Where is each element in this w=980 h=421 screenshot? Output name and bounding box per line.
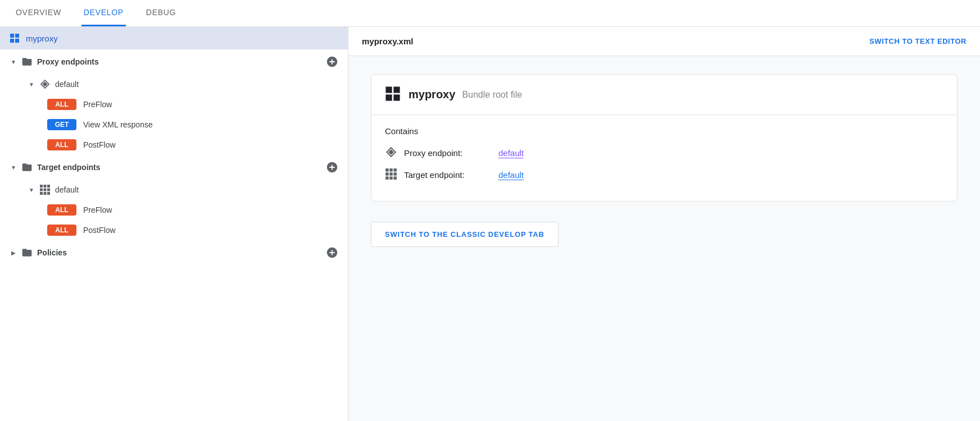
- top-nav: OVERVIEW DEVELOP DEBUG: [0, 0, 980, 27]
- main-layout: myproxy ▼ Proxy endpoints ▼ default: [0, 27, 980, 421]
- proxy-preflow-row[interactable]: ALL PreFlow: [0, 94, 348, 115]
- target-postflow-badge: ALL: [47, 225, 76, 236]
- svg-rect-17: [385, 168, 389, 172]
- svg-rect-20: [385, 172, 389, 176]
- svg-rect-21: [389, 172, 393, 176]
- bundle-card: myproxy Bundle root file Contains Pro: [371, 74, 958, 202]
- target-endpoint-item: Target endpoint: default: [385, 168, 943, 182]
- add-policy-button[interactable]: [325, 246, 339, 259]
- content-panel: myproxy.xml SWITCH TO TEXT EDITOR my: [348, 27, 980, 421]
- target-postflow-label: PostFlow: [83, 226, 116, 235]
- target-ep-key: Target endpoint:: [404, 170, 494, 180]
- target-ep-grid-icon: [385, 168, 397, 182]
- svg-rect-23: [385, 176, 389, 180]
- contains-label: Contains: [385, 126, 943, 136]
- svg-rect-10: [40, 192, 43, 195]
- tab-overview[interactable]: OVERVIEW: [13, 0, 63, 26]
- postflow-method-badge: ALL: [47, 139, 76, 150]
- svg-rect-6: [47, 185, 50, 187]
- svg-rect-22: [393, 172, 397, 176]
- svg-rect-1: [15, 34, 19, 38]
- add-circle-icon-policies: [326, 246, 338, 259]
- proxy-default-endpoint[interactable]: ▼ default: [0, 74, 348, 94]
- policies-label: Policies: [37, 248, 325, 257]
- target-preflow-label: PreFlow: [83, 205, 112, 214]
- proxy-ep-link[interactable]: default: [498, 148, 524, 158]
- svg-rect-13: [385, 86, 392, 93]
- bundle-subtitle-text: Bundle root file: [462, 90, 522, 100]
- svg-rect-25: [393, 176, 397, 180]
- target-postflow-row[interactable]: ALL PostFlow: [0, 220, 348, 240]
- bundle-name-text: myproxy: [409, 88, 455, 101]
- folder-icon-policies: [21, 247, 33, 258]
- svg-rect-4: [40, 185, 43, 187]
- svg-rect-16: [393, 94, 400, 100]
- svg-rect-14: [393, 86, 400, 93]
- proxy-postflow-row[interactable]: ALL PostFlow: [0, 135, 348, 155]
- target-preflow-row[interactable]: ALL PreFlow: [0, 200, 348, 220]
- bundle-card-header: myproxy Bundle root file: [371, 75, 957, 115]
- svg-rect-3: [15, 39, 19, 43]
- sidebar-section-proxy-endpoints[interactable]: ▼ Proxy endpoints: [0, 49, 348, 74]
- add-circle-icon: [326, 56, 338, 68]
- get-method-badge: GET: [47, 119, 76, 130]
- svg-rect-2: [10, 39, 14, 43]
- collapse-policies-arrow[interactable]: ▶: [9, 248, 18, 257]
- proxy-diamond-icon: [39, 79, 51, 90]
- preflow-method-badge: ALL: [47, 99, 76, 110]
- folder-icon-proxy: [21, 56, 33, 67]
- svg-rect-5: [44, 185, 47, 187]
- collapse-target-default-arrow[interactable]: ▼: [27, 185, 36, 194]
- svg-rect-12: [47, 192, 50, 195]
- proxy-ep-diamond-icon: [385, 146, 397, 160]
- folder-icon-target: [21, 162, 33, 173]
- sidebar-section-policies[interactable]: ▶ Policies: [0, 240, 348, 265]
- svg-rect-7: [40, 189, 43, 191]
- svg-rect-19: [393, 168, 397, 172]
- file-name-label: myproxy.xml: [362, 36, 413, 46]
- sidebar-root-item[interactable]: myproxy: [0, 27, 348, 49]
- target-default-endpoint[interactable]: ▼ default: [0, 180, 348, 200]
- svg-rect-11: [44, 192, 47, 195]
- preflow-label: PreFlow: [83, 100, 112, 109]
- add-target-endpoint-button[interactable]: [325, 161, 339, 174]
- switch-to-text-editor-button[interactable]: SWITCH TO TEXT EDITOR: [869, 37, 967, 45]
- proxy-endpoint-item: Proxy endpoint: default: [385, 146, 943, 160]
- bundle-icon: [9, 33, 20, 44]
- target-endpoints-label: Target endpoints: [37, 163, 325, 172]
- add-proxy-endpoint-button[interactable]: [325, 55, 339, 68]
- target-ep-link[interactable]: default: [498, 170, 524, 180]
- proxy-endpoints-label: Proxy endpoints: [37, 57, 325, 66]
- proxy-get-flow-row[interactable]: GET View XML response: [0, 115, 348, 135]
- get-flow-label: View XML response: [83, 120, 153, 129]
- tab-debug[interactable]: DEBUG: [144, 0, 178, 26]
- svg-rect-9: [47, 189, 50, 191]
- switch-classic-button[interactable]: SWITCH TO THE CLASSIC DEVELOP TAB: [371, 222, 559, 247]
- add-circle-icon-target: [326, 161, 338, 173]
- proxy-default-label: default: [55, 80, 79, 89]
- collapse-target-arrow[interactable]: ▼: [9, 163, 18, 172]
- content-body: myproxy Bundle root file Contains Pro: [348, 56, 980, 421]
- sidebar-root-label: myproxy: [26, 34, 58, 43]
- collapse-proxy-default-arrow[interactable]: ▼: [27, 80, 36, 89]
- target-default-label: default: [55, 185, 79, 194]
- svg-rect-15: [385, 94, 392, 100]
- svg-rect-24: [389, 176, 393, 180]
- tab-develop[interactable]: DEVELOP: [81, 0, 126, 26]
- bundle-grid-icon: [385, 86, 401, 103]
- bundle-card-body: Contains Proxy endpoint: default: [371, 115, 957, 201]
- sidebar: myproxy ▼ Proxy endpoints ▼ default: [0, 27, 348, 421]
- svg-rect-0: [10, 34, 14, 38]
- proxy-ep-key: Proxy endpoint:: [404, 148, 494, 158]
- collapse-proxy-arrow[interactable]: ▼: [9, 57, 18, 66]
- content-header: myproxy.xml SWITCH TO TEXT EDITOR: [348, 27, 980, 56]
- target-preflow-badge: ALL: [47, 204, 76, 216]
- svg-rect-8: [44, 189, 47, 191]
- sidebar-section-target-endpoints[interactable]: ▼ Target endpoints: [0, 155, 348, 180]
- target-grid-icon: [39, 184, 51, 195]
- svg-rect-18: [389, 168, 393, 172]
- postflow-label: PostFlow: [83, 140, 116, 149]
